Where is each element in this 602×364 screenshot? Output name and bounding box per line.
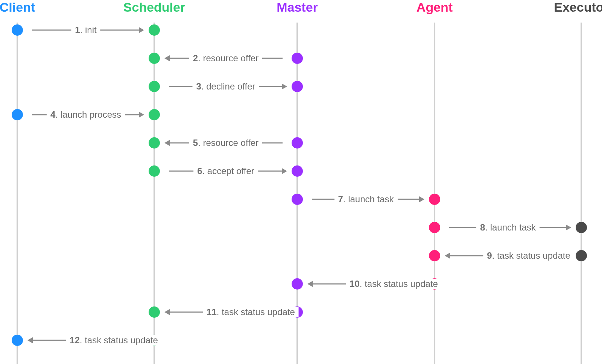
lifeline-agent	[434, 23, 435, 364]
actor-header-executor: Executor	[554, 0, 602, 15]
message-text: task status update	[365, 279, 438, 289]
message-label-step-3: 3. decline offer	[192, 81, 259, 92]
node-executor-step-9	[576, 250, 587, 261]
actor-header-agent: Agent	[417, 0, 453, 15]
message-text: launch task	[490, 222, 536, 232]
message-label-step-9: 9. task status update	[483, 250, 574, 261]
node-scheduler-step-5	[149, 137, 160, 149]
message-number: 12	[70, 335, 80, 345]
arrow-left-icon	[445, 253, 450, 259]
message-number: 1	[75, 25, 80, 35]
arrow-right-icon	[566, 224, 571, 231]
node-agent-step-9	[429, 250, 440, 261]
arrow-right-icon	[419, 196, 424, 202]
actor-header-client: Client	[0, 0, 35, 15]
message-label-step-4: 4. launch process	[47, 109, 125, 120]
node-scheduler-step-4	[149, 109, 160, 120]
message-number: 10	[350, 279, 360, 289]
actor-header-scheduler: Scheduler	[123, 0, 185, 15]
node-master-step-7	[292, 194, 303, 205]
message-label-step-7: 7. launch task	[334, 194, 397, 205]
node-client-step-12	[12, 335, 23, 346]
node-master-step-3	[292, 81, 303, 92]
node-client-step-4	[12, 109, 23, 120]
sequence-diagram: ClientSchedulerMasterAgentExecutor1. ini…	[0, 0, 602, 364]
message-number: 8	[480, 222, 485, 232]
message-label-step-12: 12. task status update	[66, 335, 162, 346]
message-label-step-11: 11. task status update	[203, 307, 299, 317]
lifeline-executor	[581, 23, 582, 364]
node-client-step-1	[12, 24, 23, 36]
message-label-step-6: 6. accept offer	[193, 166, 258, 176]
message-number: 4	[50, 109, 55, 120]
arrow-right-icon	[282, 83, 287, 89]
node-scheduler-step-11	[149, 306, 160, 318]
lifeline-client	[17, 23, 18, 364]
message-label-step-10: 10. task status update	[346, 279, 442, 289]
message-label-step-5: 5. resource offer	[189, 138, 262, 148]
node-executor-step-8	[576, 222, 587, 233]
node-scheduler-step-1	[149, 24, 160, 36]
arrow-right-icon	[139, 112, 144, 118]
node-master-step-5	[292, 137, 303, 149]
message-text: launch process	[61, 109, 121, 120]
message-label-step-8: 8. launch task	[476, 222, 540, 233]
node-master-step-10	[292, 278, 303, 290]
arrow-left-icon	[164, 309, 170, 315]
message-text: resource offer	[203, 138, 259, 148]
actor-header-master: Master	[277, 0, 318, 15]
arrow-left-icon	[27, 337, 33, 343]
message-label-step-1: 1. init	[71, 25, 100, 35]
node-master-step-6	[292, 165, 303, 177]
message-text: decline offer	[206, 81, 255, 91]
message-text: accept offer	[207, 166, 254, 176]
message-number: 7	[338, 194, 343, 204]
node-master-step-2	[292, 53, 303, 64]
message-number: 6	[197, 166, 202, 176]
message-label-step-2: 2. resource offer	[189, 53, 262, 64]
arrow-right-icon	[282, 168, 287, 174]
node-scheduler-step-2	[149, 53, 160, 64]
node-scheduler-step-6	[149, 165, 160, 177]
arrow-left-icon	[164, 140, 170, 146]
message-number: 2	[193, 53, 198, 63]
message-number: 5	[193, 138, 198, 148]
node-agent-step-8	[429, 222, 440, 233]
arrow-left-icon	[164, 55, 170, 61]
arrow-left-icon	[307, 281, 313, 287]
message-text: task status update	[222, 307, 295, 317]
message-text: task status update	[85, 335, 158, 345]
message-text: init	[85, 25, 97, 35]
message-text: task status update	[497, 250, 570, 261]
message-number: 11	[207, 307, 217, 317]
message-text: launch task	[348, 194, 394, 204]
node-agent-step-7	[429, 194, 440, 205]
message-number: 3	[196, 81, 201, 91]
arrow-right-icon	[139, 27, 144, 33]
message-text: resource offer	[203, 53, 259, 63]
message-number: 9	[487, 250, 492, 261]
node-scheduler-step-3	[149, 81, 160, 92]
